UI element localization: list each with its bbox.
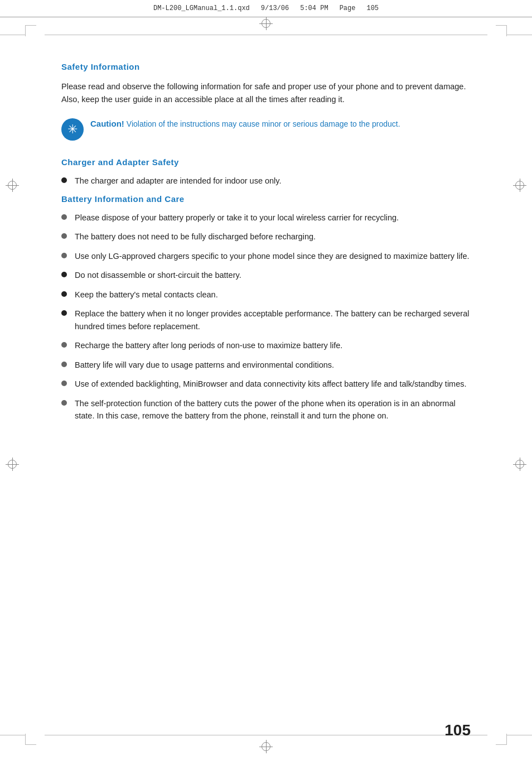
bottom-crosshair — [259, 740, 273, 753]
bullet-dot-icon — [61, 177, 67, 183]
header-date: 9/13/06 — [261, 4, 289, 12]
charger-safety-title: Charger and Adapter Safety — [61, 157, 471, 167]
battery-item-1-text: The battery does not need to be fully di… — [75, 230, 471, 243]
battery-info-title: Battery Information and Care — [61, 194, 471, 204]
page-number: 105 — [444, 721, 471, 739]
corner-mark-br — [496, 734, 507, 745]
charger-bullet-list: The charger and adapter are intended for… — [61, 175, 471, 187]
header-page-number: 105 — [366, 4, 379, 12]
page-container: DM-L200_LGManual_1.1.qxd 9/13/06 5:04 PM… — [0, 0, 532, 770]
battery-item-6-text: Recharge the battery after long periods … — [75, 339, 471, 352]
caution-icon: ✳ — [61, 118, 84, 141]
charger-item-0-text: The charger and adapter are intended for… — [75, 175, 471, 187]
bullet-dot-icon — [61, 381, 67, 386]
content-area: Safety Information Please read and obser… — [0, 17, 532, 473]
caution-text-block: Caution! Violation of the instructions m… — [90, 117, 400, 131]
battery-item-8: Use of extended backlighting, MiniBrowse… — [61, 378, 471, 390]
bullet-dot-icon — [61, 253, 67, 258]
bottom-crosshair-circle — [262, 742, 270, 751]
battery-item-5-text: Replace the battery when it no longer pr… — [75, 307, 471, 333]
battery-item-9: The self-protection function of the batt… — [61, 397, 471, 422]
bullet-dot-icon — [61, 400, 67, 406]
header-time: 5:04 PM — [300, 4, 328, 12]
bullet-dot-icon — [61, 214, 67, 220]
charger-item-0: The charger and adapter are intended for… — [61, 175, 471, 187]
header-bar: DM-L200_LGManual_1.1.qxd 9/13/06 5:04 PM… — [0, 0, 532, 17]
battery-item-0: Please dispose of your battery properly … — [61, 211, 471, 224]
battery-item-2: Use only LG-approved chargers specific t… — [61, 250, 471, 262]
battery-item-7-text: Battery life will vary due to usage patt… — [75, 359, 471, 371]
caution-body: Violation of the instructions may cause … — [127, 119, 400, 128]
battery-item-9-text: The self-protection function of the batt… — [75, 397, 471, 422]
battery-item-3: Do not disassemble or short-circuit the … — [61, 269, 471, 281]
bullet-dot-icon — [61, 291, 67, 297]
bullet-dot-icon — [61, 272, 67, 277]
caution-star-icon: ✳ — [67, 123, 78, 136]
side-line-left-bottom — [0, 735, 25, 735]
battery-bullet-list: Please dispose of your battery properly … — [61, 211, 471, 422]
battery-item-5: Replace the battery when it no longer pr… — [61, 307, 471, 333]
header-page-label: Page — [340, 4, 356, 12]
battery-item-6: Recharge the battery after long periods … — [61, 339, 471, 352]
battery-item-3-text: Do not disassemble or short-circuit the … — [75, 269, 471, 281]
battery-item-7: Battery life will vary due to usage patt… — [61, 359, 471, 371]
caution-label: Caution! — [90, 119, 124, 128]
battery-item-1: The battery does not need to be fully di… — [61, 230, 471, 243]
bullet-dot-icon — [61, 342, 67, 348]
section-battery-info: Battery Information and Care Please disp… — [61, 194, 471, 422]
battery-item-4: Keep the battery's metal contacts clean. — [61, 288, 471, 301]
battery-item-4-text: Keep the battery's metal contacts clean. — [75, 288, 471, 301]
header-filename: DM-L200_LGManual_1.1.qxd — [153, 4, 250, 12]
section-charger-safety: Charger and Adapter Safety The charger a… — [61, 157, 471, 187]
bullet-dot-icon — [61, 362, 67, 367]
battery-item-0-text: Please dispose of your battery properly … — [75, 211, 471, 224]
battery-item-2-text: Use only LG-approved chargers specific t… — [75, 250, 471, 262]
battery-item-8-text: Use of extended backlighting, MiniBrowse… — [75, 378, 471, 390]
safety-information-intro: Please read and observe the following in… — [61, 80, 471, 106]
corner-mark-bl — [25, 734, 36, 745]
side-line-right-bottom — [507, 735, 532, 735]
bullet-dot-icon — [61, 310, 67, 316]
bullet-dot-icon — [61, 233, 67, 239]
section-safety-information: Safety Information Please read and obser… — [61, 62, 471, 141]
caution-box: ✳ Caution! Violation of the instructions… — [61, 117, 471, 141]
safety-information-title: Safety Information — [61, 62, 471, 71]
h-line-bottom — [45, 735, 487, 735]
